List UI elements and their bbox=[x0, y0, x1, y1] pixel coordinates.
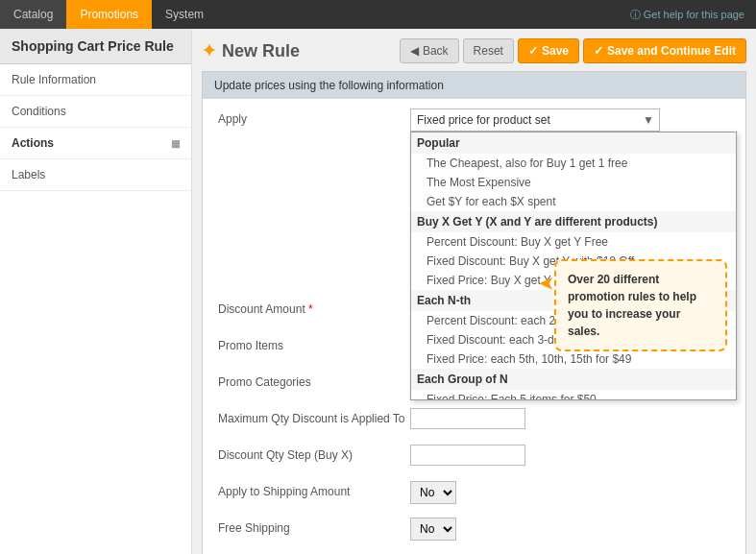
max-qty-row: Maximum Qty Discount is Applied To bbox=[218, 408, 730, 435]
free-shipping-control: No bbox=[410, 518, 730, 541]
nav-catalog[interactable]: Catalog bbox=[0, 0, 66, 29]
apply-control: Fixed price for product set ▼ Popular Th… bbox=[410, 108, 730, 132]
apply-select[interactable]: Fixed price for product set bbox=[410, 108, 660, 132]
tooltip-bubble: ➤ Over 20 different promotion rules to h… bbox=[554, 259, 727, 351]
reset-button[interactable]: Reset bbox=[463, 38, 514, 63]
save-checkmark-icon: ✓ bbox=[528, 44, 538, 58]
promo-items-label: Promo Items bbox=[218, 335, 410, 352]
dd-item-getY[interactable]: Get $Y for each $X spent bbox=[411, 192, 736, 211]
nav-system[interactable]: System bbox=[152, 0, 217, 29]
sidebar-item-rule-information[interactable]: Rule Information bbox=[0, 64, 191, 96]
save-continue-button[interactable]: ✓ Save and Continue Edit bbox=[583, 38, 746, 63]
back-button[interactable]: ◀ Back bbox=[400, 38, 459, 63]
dd-group-buyxgety: Buy X Get Y (X and Y are different produ… bbox=[411, 211, 736, 232]
dd-group-each-group: Each Group of N bbox=[411, 369, 736, 390]
page-title: ✦ New Rule bbox=[202, 40, 400, 61]
save-button[interactable]: ✓ Save bbox=[518, 38, 579, 63]
help-text: Get help for this page bbox=[644, 9, 744, 20]
apply-label: Apply bbox=[218, 108, 410, 126]
apply-shipping-select[interactable]: No bbox=[410, 481, 456, 504]
question-icon: ⓘ bbox=[630, 9, 641, 20]
max-qty-input[interactable] bbox=[410, 408, 525, 429]
content-area: ✦ New Rule ◀ Back Reset ✓ Save ✓ Sa bbox=[192, 29, 756, 554]
dd-group-popular: Popular bbox=[411, 132, 736, 154]
discount-qty-step-input[interactable] bbox=[410, 445, 525, 466]
back-icon: ◀ bbox=[410, 44, 419, 58]
header-actions: ◀ Back Reset ✓ Save ✓ Save and Continue … bbox=[400, 38, 746, 63]
sidebar-item-labels[interactable]: Labels bbox=[0, 159, 191, 191]
sidebar-icon-actions: ▦ bbox=[171, 138, 180, 149]
free-shipping-row: Free Shipping No bbox=[218, 518, 730, 544]
discount-qty-step-row: Discount Qty Step (Buy X) bbox=[218, 445, 730, 471]
sidebar: Shopping Cart Price Rule Rule Informatio… bbox=[0, 29, 192, 554]
dd-item-cheapest[interactable]: The Cheapest, also for Buy 1 get 1 free bbox=[411, 154, 736, 173]
save-continue-checkmark-icon: ✓ bbox=[594, 44, 603, 58]
max-qty-label: Maximum Qty Discount is Applied To bbox=[218, 408, 410, 425]
main-layout: Shopping Cart Price Rule Rule Informatio… bbox=[0, 29, 756, 554]
apply-row: Apply Fixed price for product set ▼ Popu… bbox=[218, 108, 730, 135]
update-prices-header: Update prices using the following inform… bbox=[203, 72, 745, 99]
discount-amount-label: Discount Amount * bbox=[218, 299, 410, 316]
nav-promotions[interactable]: Promotions bbox=[66, 0, 152, 29]
rule-icon: ✦ bbox=[202, 40, 216, 61]
free-shipping-label: Free Shipping bbox=[218, 518, 410, 535]
dd-item-group-50[interactable]: Fixed Price: Each 5 items for $50 bbox=[411, 390, 736, 400]
apply-select-wrapper: Fixed price for product set ▼ bbox=[410, 108, 660, 132]
discount-qty-step-control bbox=[410, 445, 730, 466]
save-label: Save bbox=[542, 44, 569, 58]
discount-qty-step-label: Discount Qty Step (Buy X) bbox=[218, 445, 410, 462]
page-title-text: New Rule bbox=[222, 41, 300, 61]
free-shipping-select[interactable]: No bbox=[410, 518, 456, 541]
sidebar-item-conditions[interactable]: Conditions bbox=[0, 96, 191, 128]
tooltip-text: Over 20 different promotion rules to hel… bbox=[568, 273, 696, 338]
max-qty-control bbox=[410, 408, 730, 429]
promo-categories-label: Promo Categories bbox=[218, 372, 410, 389]
dd-item-percent-free[interactable]: Percent Discount: Buy X get Y Free bbox=[411, 232, 736, 252]
sidebar-item-actions[interactable]: Actions ▦ bbox=[0, 128, 191, 159]
content-wrapper: ✦ New Rule ◀ Back Reset ✓ Save ✓ Sa bbox=[202, 38, 746, 554]
dd-item-fixed-nth-49[interactable]: Fixed Price: each 5th, 10th, 15th for $4… bbox=[411, 349, 736, 369]
required-asterisk: * bbox=[308, 302, 313, 316]
save-continue-label: Save and Continue Edit bbox=[607, 44, 736, 58]
sidebar-item-label: Actions bbox=[12, 136, 54, 150]
sidebar-title: Shopping Cart Price Rule bbox=[0, 29, 191, 64]
page-header: ✦ New Rule ◀ Back Reset ✓ Save ✓ Sa bbox=[202, 38, 746, 63]
back-label: Back bbox=[423, 44, 449, 58]
discount-amount-text: Discount Amount bbox=[218, 302, 305, 316]
top-navigation: Catalog Promotions System ⓘ Get help for… bbox=[0, 0, 756, 29]
dd-item-expensive[interactable]: The Most Expensive bbox=[411, 173, 736, 192]
apply-shipping-label: Apply to Shipping Amount bbox=[218, 481, 410, 498]
apply-shipping-control: No bbox=[410, 481, 730, 504]
tooltip-arrow-icon: ➤ bbox=[539, 271, 553, 297]
apply-shipping-row: Apply to Shipping Amount No bbox=[218, 481, 730, 508]
help-link[interactable]: ⓘ Get help for this page bbox=[630, 8, 756, 22]
